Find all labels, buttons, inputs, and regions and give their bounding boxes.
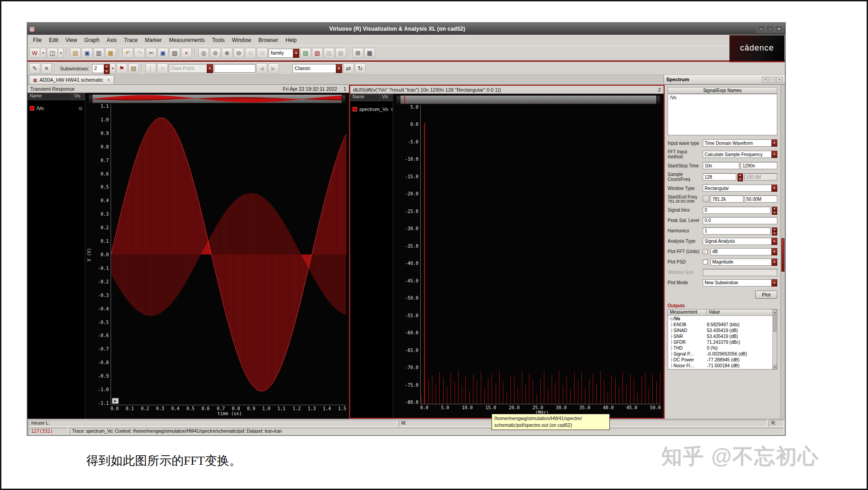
output-row[interactable]: ├DC Power-77.288945 (dB) bbox=[668, 357, 772, 363]
fft-input-method-combo[interactable]: Calculate Sample Frequency▾ bbox=[703, 151, 777, 158]
panel-help-button[interactable]: ? bbox=[762, 77, 768, 83]
output-row[interactable]: ├SFDR71.241079 (dBc) bbox=[668, 339, 772, 345]
spectrum-overview-slider[interactable] bbox=[396, 95, 661, 104]
open-graph-icon[interactable]: ▤ bbox=[70, 48, 81, 58]
signal-vis-column-header[interactable]: Vis bbox=[380, 94, 393, 101]
menu-item-tools[interactable]: Tools bbox=[209, 36, 228, 45]
spinner-up-icon[interactable]: ▲ bbox=[772, 227, 777, 231]
signal-name-column-header[interactable]: Name bbox=[350, 94, 380, 101]
menu-item-edit[interactable]: Edit bbox=[45, 36, 62, 45]
end-freq-field[interactable]: 50.00M bbox=[745, 195, 778, 203]
scroll-down-icon[interactable]: ▼ bbox=[773, 365, 777, 369]
value-column-header[interactable]: Value bbox=[707, 310, 772, 315]
combo-arrow-icon[interactable]: ▾ bbox=[207, 64, 213, 73]
menu-item-axis[interactable]: Axis bbox=[103, 36, 121, 45]
panel-scrollbar[interactable] bbox=[780, 85, 785, 419]
zoom-out-icon[interactable]: ⊖ bbox=[233, 48, 244, 58]
signal-expr-item[interactable]: /Vo bbox=[670, 95, 775, 100]
output-row[interactable]: ├THD0 (%) bbox=[668, 345, 772, 351]
measurement-column-header[interactable]: Measurement bbox=[668, 310, 707, 315]
save-graph-icon[interactable]: ▣ bbox=[82, 48, 93, 58]
refresh-icon[interactable]: ↻ bbox=[355, 63, 366, 74]
transient-plot-area[interactable]: ▶ bbox=[111, 104, 346, 405]
paste-icon[interactable]: ▨ bbox=[169, 48, 180, 58]
subwindow-layout-dropdown-arrow[interactable]: ▾ bbox=[59, 48, 64, 58]
signal-bins-spinner[interactable]: ▲▼ bbox=[772, 207, 777, 214]
subwindows-dropdown-arrow[interactable]: ▾ bbox=[111, 63, 116, 74]
new-window-dropdown-arrow[interactable]: ▾ bbox=[41, 48, 46, 58]
spectrum-subwindow[interactable]: db20(dft(v("/Vo" ?result "tran") 10n 129… bbox=[349, 85, 664, 419]
minimize-button[interactable]: – bbox=[757, 25, 765, 32]
spectrum-plot-area[interactable] bbox=[420, 105, 661, 404]
overview-left-handle[interactable] bbox=[396, 96, 400, 104]
signal-bins-field[interactable]: 0 bbox=[703, 207, 771, 214]
copy-icon[interactable]: ▣ bbox=[158, 48, 168, 58]
output-row[interactable]: ├SNR53.435419 (dB) bbox=[668, 333, 772, 339]
trace-stack-icon[interactable]: ≡ bbox=[41, 63, 52, 74]
plot-button[interactable]: Plot bbox=[755, 291, 777, 299]
menu-item-window[interactable]: Window bbox=[228, 36, 255, 45]
peak-sat-level-field[interactable]: 0.0 bbox=[703, 217, 777, 224]
composite-mode-icon[interactable]: ▧ bbox=[312, 48, 323, 58]
zoom-fit-icon[interactable]: ◎ bbox=[198, 48, 209, 58]
appearance-combo[interactable]: Classic▾ bbox=[292, 64, 342, 73]
spreadsheet-icon[interactable]: ▦ bbox=[364, 48, 375, 58]
menu-item-trace[interactable]: Trace bbox=[121, 36, 141, 45]
input-wave-type-combo[interactable]: Time Domain Waveform▾ bbox=[703, 139, 777, 147]
spinner-up-icon[interactable]: ▲ bbox=[772, 207, 777, 211]
transient-signal-row[interactable]: /Vo ⊙ bbox=[28, 104, 85, 112]
outputs-table[interactable]: Measurement Value ⊟/Vo├ENOB8.5829497 (bi… bbox=[668, 309, 777, 370]
cut-icon[interactable]: ✂ bbox=[146, 48, 157, 58]
combo-arrow-icon[interactable]: ▾ bbox=[771, 238, 777, 245]
window-type-combo[interactable]: Rectangular▾ bbox=[703, 185, 777, 192]
psd-units-combo[interactable]: Magnitude▾ bbox=[710, 259, 777, 266]
marker-line-icon[interactable]: │ bbox=[145, 63, 156, 74]
outputs-scroll-thumb[interactable] bbox=[773, 314, 776, 332]
combo-arrow-icon[interactable]: ▾ bbox=[771, 259, 777, 266]
labbook-icon[interactable]: ▤ bbox=[128, 63, 139, 74]
menu-item-marker[interactable]: Marker bbox=[141, 36, 165, 45]
marker-point-icon[interactable]: + bbox=[157, 63, 168, 74]
output-row[interactable]: ├SINAD53.435419 (dB) bbox=[668, 328, 772, 333]
outputs-group-row[interactable]: ⊟/Vo bbox=[668, 316, 772, 322]
spectrum-panel-titlebar[interactable]: Spectrum ? ▫ × bbox=[664, 75, 785, 84]
tree-expander-icon[interactable]: ⊟ bbox=[670, 316, 673, 321]
spinner-up-icon[interactable]: ▲ bbox=[738, 173, 743, 177]
combo-arrow-icon[interactable]: ▾ bbox=[771, 139, 777, 147]
spinner-down-icon[interactable]: ▼ bbox=[104, 69, 110, 74]
signal-expr-list[interactable]: /Vo bbox=[668, 94, 777, 135]
print-icon[interactable]: ▥ bbox=[93, 48, 104, 58]
swap-axes-icon[interactable]: ⇄ bbox=[343, 63, 354, 74]
signal-name-column-header[interactable]: Name bbox=[28, 93, 72, 100]
sample-count-spinner[interactable]: ▲▼ bbox=[738, 173, 743, 180]
delete-icon[interactable]: × bbox=[181, 48, 192, 58]
menu-item-file[interactable]: File bbox=[29, 36, 45, 45]
calculator-icon[interactable]: ⊞ bbox=[353, 48, 363, 58]
output-row[interactable]: ├ENOB8.5829497 (bits) bbox=[668, 322, 772, 328]
probe-pencil-icon[interactable]: ✎ bbox=[29, 63, 40, 74]
combo-arrow-icon[interactable]: ▾ bbox=[771, 151, 777, 158]
menu-item-help[interactable]: Help bbox=[282, 36, 301, 45]
prev-result-icon[interactable]: ◀ bbox=[256, 63, 267, 74]
datapoint-combo[interactable]: Data Point▾ bbox=[169, 64, 213, 73]
redo-icon[interactable]: ↷ bbox=[134, 48, 145, 58]
combo-arrow-icon[interactable]: ▾ bbox=[293, 49, 299, 58]
zoom-y-icon[interactable]: ⊙ bbox=[257, 48, 268, 58]
maximize-button[interactable]: ▫ bbox=[766, 25, 774, 32]
zoom-x-icon[interactable]: ⊙ bbox=[245, 48, 256, 58]
strip-mode-icon[interactable]: ▤ bbox=[300, 48, 311, 58]
bookmark-flag-icon[interactable]: ⚑ bbox=[116, 63, 127, 74]
tab-adda-hw41-schematic[interactable]: ▦ ADDA_HW HW41 schematic × bbox=[29, 75, 114, 84]
menu-item-measurements[interactable]: Measurements bbox=[165, 36, 208, 45]
start-time-field[interactable]: 10n bbox=[703, 162, 739, 169]
overview-right-handle[interactable] bbox=[656, 96, 660, 104]
export-report-icon[interactable]: ▦ bbox=[105, 48, 116, 58]
overview-right-handle[interactable] bbox=[342, 95, 346, 103]
harmonics-spinner[interactable]: ▲▼ bbox=[772, 227, 777, 235]
plot-mode-combo[interactable]: New Subwindow▾ bbox=[703, 279, 777, 287]
next-result-icon[interactable]: ▶ bbox=[268, 63, 279, 74]
window-titlebar[interactable]: ▦ Virtuoso (R) Visualization & Analysis … bbox=[28, 23, 785, 35]
panel-scroll-thumb[interactable] bbox=[781, 238, 784, 272]
start-end-freq-sync-button[interactable] bbox=[703, 196, 709, 202]
trace-draw-combo[interactable]: family▾ bbox=[269, 49, 299, 58]
